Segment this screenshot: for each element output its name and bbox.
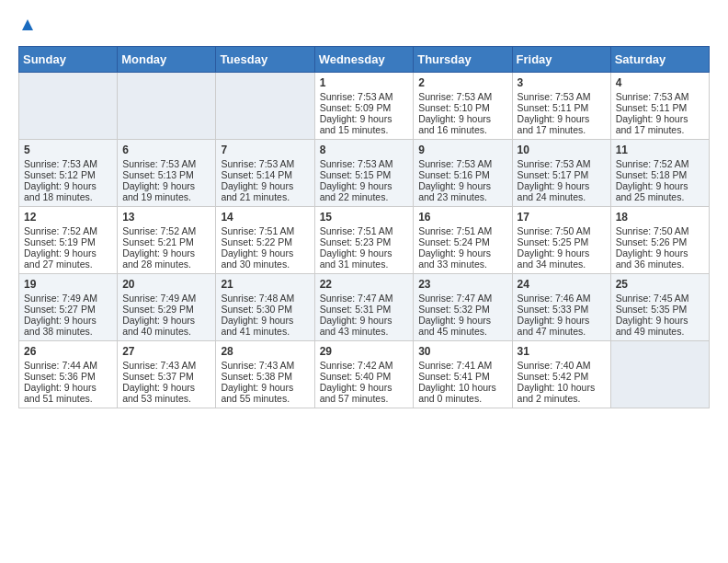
cell-text: Daylight: 9 hours bbox=[418, 113, 506, 124]
cell-text: Daylight: 9 hours bbox=[518, 113, 606, 124]
day-number: 25 bbox=[616, 278, 704, 291]
cell-text: Daylight: 9 hours bbox=[320, 315, 409, 326]
day-number: 20 bbox=[122, 278, 210, 291]
calendar-week-row: 26Sunrise: 7:44 AMSunset: 5:36 PMDayligh… bbox=[19, 341, 710, 408]
cell-text: and 22 minutes. bbox=[320, 191, 409, 202]
page-header bbox=[18, 18, 710, 37]
cell-text: Sunset: 5:33 PM bbox=[518, 304, 606, 315]
calendar-cell: 17Sunrise: 7:50 AMSunset: 5:25 PMDayligh… bbox=[512, 207, 610, 274]
weekday-header-friday: Friday bbox=[512, 47, 610, 73]
cell-text: Sunset: 5:25 PM bbox=[518, 236, 606, 247]
calendar-cell: 20Sunrise: 7:49 AMSunset: 5:29 PMDayligh… bbox=[118, 274, 216, 341]
cell-text: Sunrise: 7:40 AM bbox=[518, 360, 606, 371]
cell-text: Sunset: 5:18 PM bbox=[616, 169, 704, 180]
cell-text: Sunrise: 7:52 AM bbox=[616, 158, 704, 169]
cell-text: and 49 minutes. bbox=[616, 326, 704, 337]
cell-text: Daylight: 9 hours bbox=[616, 247, 704, 259]
day-number: 16 bbox=[418, 211, 506, 224]
weekday-header-thursday: Thursday bbox=[414, 47, 512, 73]
cell-text: Sunrise: 7:46 AM bbox=[518, 293, 606, 304]
cell-text: and 27 minutes. bbox=[24, 259, 112, 270]
calendar-cell: 6Sunrise: 7:53 AMSunset: 5:13 PMDaylight… bbox=[118, 140, 216, 207]
cell-text: Sunset: 5:22 PM bbox=[221, 236, 309, 247]
cell-text: Sunset: 5:11 PM bbox=[616, 102, 704, 113]
cell-text: Sunset: 5:11 PM bbox=[518, 102, 606, 113]
cell-text: Sunrise: 7:48 AM bbox=[221, 293, 309, 304]
cell-text: and 34 minutes. bbox=[518, 259, 606, 270]
cell-text: Sunset: 5:13 PM bbox=[122, 169, 210, 180]
calendar-cell: 18Sunrise: 7:50 AMSunset: 5:26 PMDayligh… bbox=[610, 207, 709, 274]
cell-text: Daylight: 9 hours bbox=[122, 247, 210, 259]
day-number: 17 bbox=[518, 211, 606, 224]
cell-text: Sunrise: 7:45 AM bbox=[616, 293, 704, 304]
cell-text: Daylight: 9 hours bbox=[320, 382, 409, 393]
cell-text: Sunset: 5:24 PM bbox=[418, 236, 506, 247]
cell-text: Sunrise: 7:53 AM bbox=[518, 158, 606, 169]
cell-text: and 2 minutes. bbox=[518, 393, 606, 404]
calendar-cell bbox=[19, 73, 118, 140]
day-number: 24 bbox=[518, 278, 606, 291]
cell-text: Sunset: 5:26 PM bbox=[616, 236, 704, 247]
calendar-cell: 7Sunrise: 7:53 AMSunset: 5:14 PMDaylight… bbox=[216, 140, 314, 207]
weekday-header-saturday: Saturday bbox=[610, 47, 709, 73]
cell-text: Sunset: 5:41 PM bbox=[418, 371, 506, 382]
cell-text: Sunset: 5:14 PM bbox=[221, 169, 309, 180]
cell-text: and 51 minutes. bbox=[24, 393, 112, 404]
day-number: 30 bbox=[418, 345, 506, 358]
cell-text: Daylight: 9 hours bbox=[518, 180, 606, 191]
cell-text: Sunset: 5:19 PM bbox=[24, 236, 112, 247]
cell-text: Sunrise: 7:49 AM bbox=[24, 293, 112, 304]
cell-text: and 0 minutes. bbox=[418, 393, 506, 404]
calendar-table: SundayMondayTuesdayWednesdayThursdayFrid… bbox=[18, 46, 710, 408]
cell-text: and 41 minutes. bbox=[221, 326, 309, 337]
cell-text: and 17 minutes. bbox=[616, 124, 704, 135]
day-number: 21 bbox=[221, 278, 309, 291]
cell-text: Sunrise: 7:51 AM bbox=[221, 225, 309, 236]
cell-text: Sunrise: 7:53 AM bbox=[24, 158, 112, 169]
cell-text: and 23 minutes. bbox=[418, 191, 506, 202]
calendar-cell: 22Sunrise: 7:47 AMSunset: 5:31 PMDayligh… bbox=[314, 274, 414, 341]
cell-text: and 17 minutes. bbox=[518, 124, 606, 135]
cell-text: Sunset: 5:29 PM bbox=[122, 304, 210, 315]
cell-text: Daylight: 9 hours bbox=[24, 315, 112, 326]
day-number: 19 bbox=[24, 278, 112, 291]
calendar-cell bbox=[216, 73, 314, 140]
cell-text: Sunrise: 7:44 AM bbox=[24, 360, 112, 371]
cell-text: and 21 minutes. bbox=[221, 191, 309, 202]
cell-text: and 28 minutes. bbox=[122, 259, 210, 270]
cell-text: Sunrise: 7:50 AM bbox=[616, 225, 704, 236]
logo-icon bbox=[21, 18, 34, 35]
cell-text: Sunset: 5:40 PM bbox=[320, 371, 409, 382]
cell-text: and 53 minutes. bbox=[122, 393, 210, 404]
cell-text: Sunset: 5:09 PM bbox=[320, 102, 409, 113]
day-number: 18 bbox=[616, 211, 704, 224]
cell-text: Daylight: 9 hours bbox=[24, 247, 112, 259]
cell-text: and 40 minutes. bbox=[122, 326, 210, 337]
cell-text: and 55 minutes. bbox=[221, 393, 309, 404]
day-number: 23 bbox=[418, 278, 506, 291]
day-number: 5 bbox=[24, 144, 112, 156]
cell-text: Sunrise: 7:43 AM bbox=[221, 360, 309, 371]
cell-text: Sunrise: 7:53 AM bbox=[418, 158, 506, 169]
calendar-cell: 3Sunrise: 7:53 AMSunset: 5:11 PMDaylight… bbox=[512, 73, 610, 140]
cell-text: and 24 minutes. bbox=[518, 191, 606, 202]
cell-text: Sunrise: 7:53 AM bbox=[320, 91, 409, 102]
cell-text: Sunset: 5:15 PM bbox=[320, 169, 409, 180]
cell-text: Daylight: 9 hours bbox=[221, 382, 309, 393]
calendar-week-row: 19Sunrise: 7:49 AMSunset: 5:27 PMDayligh… bbox=[19, 274, 710, 341]
cell-text: Sunset: 5:16 PM bbox=[418, 169, 506, 180]
day-number: 3 bbox=[518, 76, 606, 89]
cell-text: Daylight: 9 hours bbox=[320, 180, 409, 191]
weekday-header-tuesday: Tuesday bbox=[216, 47, 314, 73]
cell-text: Daylight: 9 hours bbox=[122, 315, 210, 326]
calendar-cell: 29Sunrise: 7:42 AMSunset: 5:40 PMDayligh… bbox=[314, 341, 414, 408]
day-number: 1 bbox=[320, 76, 409, 89]
calendar-cell: 4Sunrise: 7:53 AMSunset: 5:11 PMDaylight… bbox=[610, 73, 709, 140]
cell-text: Daylight: 9 hours bbox=[616, 180, 704, 191]
cell-text: Daylight: 9 hours bbox=[320, 113, 409, 124]
cell-text: Sunset: 5:32 PM bbox=[418, 304, 506, 315]
cell-text: Sunset: 5:36 PM bbox=[24, 371, 112, 382]
calendar-cell: 8Sunrise: 7:53 AMSunset: 5:15 PMDaylight… bbox=[314, 140, 414, 207]
cell-text: Sunrise: 7:47 AM bbox=[320, 293, 409, 304]
cell-text: Daylight: 9 hours bbox=[122, 180, 210, 191]
